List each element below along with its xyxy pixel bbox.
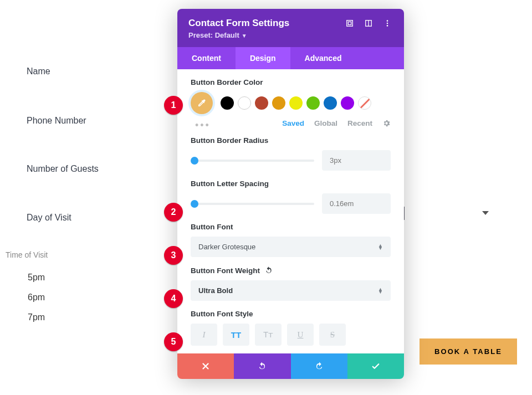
book-a-table-button[interactable]: BOOK A TABLE	[420, 338, 517, 365]
field-label-guests: Number of Guests	[27, 164, 99, 174]
time-option-5pm[interactable]: 5pm	[28, 273, 45, 283]
letter-spacing-value[interactable]: 0.16em	[322, 193, 391, 214]
font-select[interactable]: Darker Grotesque ▲▼	[191, 237, 391, 257]
preset-selector[interactable]: Preset: Default▼	[177, 31, 404, 47]
annotation-badge-2: 2	[164, 203, 183, 222]
border-radius-value[interactable]: 3px	[322, 150, 391, 171]
style-uppercase-button[interactable]: TT	[223, 324, 249, 346]
border-radius-slider[interactable]	[191, 160, 314, 162]
more-dots-icon[interactable]: •••	[195, 120, 211, 131]
time-option-7pm[interactable]: 7pm	[28, 312, 45, 322]
confirm-button[interactable]	[347, 353, 404, 379]
swatch-transparent[interactable]	[358, 96, 371, 110]
letter-spacing-slider[interactable]	[191, 203, 314, 205]
tab-design[interactable]: Design	[236, 47, 290, 69]
svg-rect-1	[348, 22, 351, 24]
swatch-white[interactable]	[238, 96, 251, 110]
label-font-style: Button Font Style	[191, 310, 391, 318]
label-letter-spacing: Button Letter Spacing	[191, 179, 391, 188]
swatch-yellow[interactable]	[289, 96, 303, 110]
style-italic-button[interactable]: I	[191, 324, 217, 346]
swatch-blue[interactable]	[324, 96, 337, 110]
svg-point-4	[387, 20, 388, 22]
select-chevron-icon: ▲▼	[378, 288, 383, 294]
cancel-button[interactable]	[177, 353, 234, 379]
settings-panel: Contact Form Settings Preset: Default▼ C…	[177, 9, 404, 379]
gear-icon[interactable]	[382, 119, 391, 127]
reset-icon[interactable]	[264, 266, 273, 275]
tabs: Content Design Advanced	[177, 47, 404, 69]
tab-content[interactable]: Content	[177, 47, 236, 69]
label-border-color: Button Border Color	[191, 78, 391, 86]
font-weight-select[interactable]: Ultra Bold ▲▼	[191, 280, 391, 301]
field-label-time-of-visit: Time of Visit	[6, 250, 48, 259]
swatch-purple[interactable]	[341, 96, 354, 110]
more-icon[interactable]	[382, 18, 393, 29]
eyedropper-button[interactable]	[191, 92, 213, 114]
style-smallcaps-button[interactable]: Tᴛ	[255, 324, 282, 346]
palette-tab-recent[interactable]: Recent	[347, 119, 372, 127]
dropdown-caret-icon[interactable]	[482, 211, 489, 215]
annotation-badge-4: 4	[164, 289, 183, 308]
palette-tab-global[interactable]: Global	[314, 119, 337, 127]
select-chevron-icon: ▲▼	[378, 244, 383, 250]
label-font-weight: Button Font Weight	[191, 266, 260, 275]
expand-icon[interactable]	[344, 18, 355, 29]
field-label-name: Name	[27, 66, 50, 76]
style-underline-button[interactable]: U	[287, 324, 314, 346]
field-label-phone: Phone Number	[27, 116, 86, 126]
swatch-orange[interactable]	[272, 96, 285, 110]
swatch-green[interactable]	[306, 96, 320, 110]
style-strikethrough-button[interactable]: S	[319, 324, 346, 346]
label-font: Button Font	[191, 223, 391, 231]
columns-icon[interactable]	[363, 18, 374, 29]
redo-button[interactable]	[291, 353, 347, 379]
undo-button[interactable]	[234, 353, 290, 379]
field-label-day-of-visit: Day of Visit	[27, 213, 71, 223]
svg-point-6	[387, 25, 388, 27]
annotation-badge-1: 1	[164, 96, 183, 115]
swatch-red[interactable]	[255, 96, 268, 110]
svg-rect-0	[347, 20, 353, 27]
annotation-badge-3: 3	[164, 246, 183, 265]
annotation-badge-5: 5	[164, 332, 183, 351]
swatch-black[interactable]	[221, 96, 234, 110]
panel-title: Contact Form Settings	[188, 18, 336, 29]
label-border-radius: Button Border Radius	[191, 136, 391, 145]
time-option-6pm[interactable]: 6pm	[28, 293, 45, 302]
palette-tab-saved[interactable]: Saved	[282, 119, 304, 127]
svg-point-5	[387, 23, 388, 24]
tab-advanced[interactable]: Advanced	[290, 47, 356, 69]
